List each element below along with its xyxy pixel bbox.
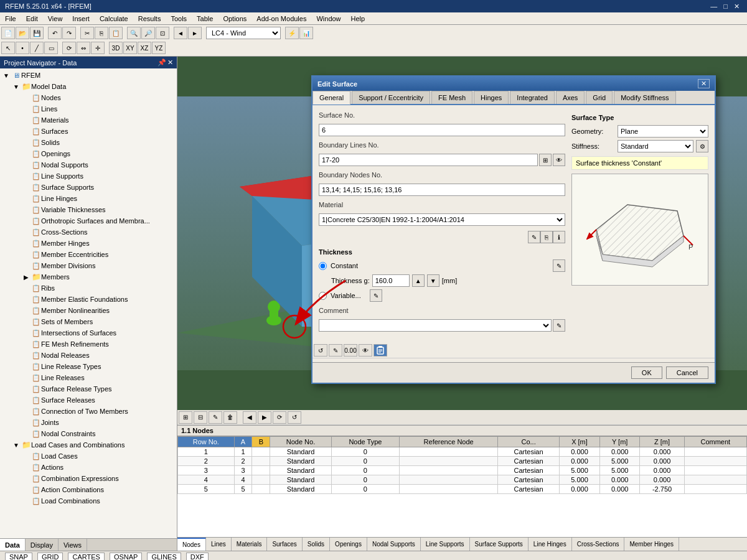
dtb-edit-btn[interactable]: ✎ [329, 344, 342, 357]
tb-view-3d[interactable]: 3D [109, 42, 123, 54]
menu-edit[interactable]: Edit [21, 14, 43, 24]
material-info-btn[interactable]: ℹ [553, 231, 565, 243]
tree-item-line-hinges[interactable]: 📋 Line Hinges [0, 193, 177, 204]
pbtab-views[interactable]: Views [59, 539, 87, 551]
pbtab-data[interactable]: Data [0, 539, 26, 551]
tb-paste[interactable]: 📋 [109, 27, 123, 39]
menu-results[interactable]: Results [133, 14, 166, 24]
tb-new[interactable]: 📄 [1, 27, 15, 39]
stiffness-select[interactable]: Standard [618, 140, 693, 152]
menu-file[interactable]: File [0, 14, 21, 24]
tree-item-solids[interactable]: 📋 Solids [0, 137, 177, 148]
minimize-button[interactable]: — [708, 2, 720, 11]
boundary-lines-view-btn[interactable]: 👁 [553, 154, 565, 166]
tb-surface[interactable]: ▭ [44, 42, 58, 54]
lc-dropdown[interactable]: LC4 - Wind [206, 27, 281, 39]
tree-item-line-releases[interactable]: 📋 Line Releases [0, 372, 177, 383]
material-select[interactable]: 1|Concrete C25/30|EN 1992-1-1:2004/A1:20… [319, 213, 565, 226]
tree-item-connection-two-members[interactable]: 📋 Connection of Two Members [0, 406, 177, 417]
expander-load-cases[interactable]: ▼ [11, 440, 21, 450]
tb-next[interactable]: ► [188, 27, 202, 39]
expander-model-data[interactable]: ▼ [11, 82, 21, 91]
tree-item-surface-releases[interactable]: 📋 Surface Releases [0, 394, 177, 406]
tb-cut[interactable]: ✂ [80, 27, 94, 39]
dialog-close-button[interactable]: ✕ [698, 79, 710, 88]
tree-item-materials[interactable]: 📋 Materials [0, 114, 177, 126]
dtb-view-btn[interactable]: 👁 [359, 344, 372, 357]
tb-save[interactable]: 💾 [30, 27, 44, 39]
panel-pin-btn[interactable]: 📌 [157, 58, 166, 67]
dtb-reset-btn[interactable]: ↺ [314, 344, 327, 357]
tb-mirror[interactable]: ⇔ [77, 42, 90, 54]
dtab-integrated[interactable]: Integrated [510, 91, 555, 104]
tree-item-fe-mesh[interactable]: 📋 FE Mesh Refinements [0, 338, 177, 350]
cancel-button[interactable]: Cancel [666, 366, 708, 379]
menu-addon[interactable]: Add-on Modules [251, 14, 311, 24]
menu-table[interactable]: Table [192, 14, 218, 24]
stiffness-settings-btn[interactable]: ⚙ [696, 140, 708, 152]
thickness-constant-edit-btn[interactable]: ✎ [553, 259, 565, 272]
dtb-highlighted-btn[interactable] [374, 344, 387, 357]
status-snap[interactable]: SNAP [5, 553, 32, 561]
tb-results[interactable]: 📊 [299, 27, 313, 39]
status-glines[interactable]: GLINES [147, 553, 181, 561]
surface-no-input[interactable] [319, 124, 565, 136]
tb-redo[interactable]: ↷ [62, 27, 76, 39]
close-button[interactable]: ✕ [731, 2, 742, 11]
menu-insert[interactable]: Insert [67, 14, 95, 24]
tb-open[interactable]: 📂 [16, 27, 29, 39]
tree-item-members[interactable]: ▶ 📁 Members [0, 271, 177, 282]
tb-view-yz[interactable]: YZ [152, 42, 166, 54]
tree-item-member-divisions[interactable]: 📋 Member Divisions [0, 260, 177, 271]
dtab-grid[interactable]: Grid [586, 91, 613, 104]
thickness-down-btn[interactable]: ▼ [427, 274, 439, 287]
tree-item-surfaces[interactable]: 📋 Surfaces [0, 126, 177, 137]
geometry-select[interactable]: Plane [618, 125, 708, 138]
thickness-variable-edit-btn[interactable]: ✎ [370, 289, 382, 302]
tree-item-variable-thick[interactable]: 📋 Variable Thicknesses [0, 204, 177, 215]
material-edit-btn[interactable]: ✎ [528, 231, 540, 243]
status-osnap[interactable]: OSNAP [110, 553, 143, 561]
tb-copy[interactable]: ⎘ [95, 27, 108, 39]
thickness-value-input[interactable] [372, 274, 410, 287]
comment-edit-btn[interactable]: ✎ [553, 319, 565, 332]
tb-calculate[interactable]: ⚡ [285, 27, 299, 39]
tree-item-combination-expr[interactable]: 📋 Combination Expressions [0, 473, 177, 484]
tree-item-load-cases-comb[interactable]: ▼ 📁 Load Cases and Combinations [0, 439, 177, 450]
tree-item-intersections[interactable]: 📋 Intersections of Surfaces [0, 327, 177, 338]
tree-item-load-combinations[interactable]: 📋 Load Combinations [0, 495, 177, 506]
menu-view[interactable]: View [43, 14, 68, 24]
tree-item-cross-sections[interactable]: 📋 Cross-Sections [0, 226, 177, 238]
tree-item-lines[interactable]: 📋 Lines [0, 103, 177, 114]
status-dxf[interactable]: DXF [186, 553, 209, 561]
tree-item-model-data[interactable]: ▼ 📁 Model Data [0, 81, 177, 92]
tb-undo[interactable]: ↶ [48, 27, 62, 39]
tb-select[interactable]: ↖ [1, 42, 15, 54]
tree-item-member-hinges[interactable]: 📋 Member Hinges [0, 238, 177, 249]
dtab-axes[interactable]: Axes [556, 91, 585, 104]
boundary-lines-pick-btn[interactable]: ⊞ [539, 154, 552, 166]
thickness-variable-radio[interactable] [319, 292, 327, 300]
tree-item-action-combinations[interactable]: 📋 Action Combinations [0, 484, 177, 495]
tb-prev[interactable]: ◄ [174, 27, 187, 39]
tree-item-nodal-constraints[interactable]: 📋 Nodal Constraints [0, 428, 177, 439]
panel-close-btn[interactable]: ✕ [167, 58, 173, 67]
expander-members[interactable]: ▶ [21, 272, 31, 282]
material-copy-btn[interactable]: ⎘ [540, 231, 553, 243]
tree-item-line-supports[interactable]: 📋 Line Supports [0, 170, 177, 182]
tb-zoom-out[interactable]: 🔎 [141, 27, 155, 39]
tree-item-orthotropic[interactable]: 📋 Orthotropic Surfaces and Membra... [0, 215, 177, 226]
menu-tools[interactable]: Tools [166, 14, 192, 24]
tree-item-ribs[interactable]: 📋 Ribs [0, 282, 177, 294]
tree-item-member-nonlin[interactable]: 📋 Member Nonlinearities [0, 305, 177, 316]
menu-options[interactable]: Options [218, 14, 251, 24]
boundary-lines-input[interactable] [319, 154, 538, 166]
tb-node[interactable]: • [16, 42, 29, 54]
maximize-button[interactable]: □ [721, 2, 730, 11]
tree-item-rfem[interactable]: ▼ 🖥 RFEM [0, 70, 177, 81]
status-cartes[interactable]: CARTES [68, 553, 104, 561]
tree-item-sets-members[interactable]: 📋 Sets of Members [0, 316, 177, 327]
status-grid[interactable]: GRID [37, 553, 63, 561]
tree-item-nodes[interactable]: 📋 Nodes [0, 92, 177, 103]
tree-item-openings[interactable]: 📋 Openings [0, 148, 177, 159]
